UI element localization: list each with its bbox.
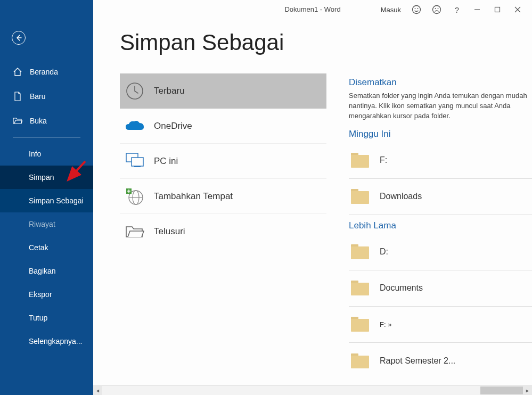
sidebar-item-baru[interactable]: Baru (0, 84, 93, 109)
location-label: Terbaru (154, 86, 185, 96)
pc-icon (124, 151, 145, 172)
sidebar-item-ekspor[interactable]: Ekspor (0, 283, 93, 306)
sidebar-item-cetak[interactable]: Cetak (0, 236, 93, 259)
folder-item[interactable]: F: » (349, 307, 532, 343)
svg-point-2 (415, 8, 416, 9)
svg-point-4 (433, 6, 441, 14)
main-area: Dokumen1 - Word Masuk ? Simpan Sebagai (93, 0, 532, 395)
scroll-thumb[interactable] (480, 386, 523, 394)
folder-item[interactable]: D: (349, 234, 532, 270)
svg-rect-11 (132, 158, 143, 166)
folder-label: F: » (380, 320, 391, 328)
signin-link[interactable]: Masuk (375, 6, 406, 14)
sidebar-item-riwayat[interactable]: Riwayat (0, 212, 93, 236)
section-title: Minggu Ini (349, 129, 532, 139)
new-doc-icon (13, 92, 22, 101)
back-button[interactable] (12, 31, 26, 45)
smile-icon[interactable] (406, 0, 427, 19)
clock-icon (124, 80, 145, 102)
folder-icon (351, 244, 369, 259)
folder-item[interactable]: Downloads (349, 179, 532, 215)
folder-icon (351, 189, 369, 204)
location-browse[interactable]: Telusuri (120, 214, 326, 249)
close-button[interactable] (508, 0, 528, 19)
divider (13, 137, 80, 138)
folder-icon (351, 153, 369, 168)
folder-label: Rapot Semester 2... (380, 356, 455, 366)
sidebar-item-info[interactable]: Info (0, 142, 93, 166)
page-title: Simpan Sebagai (120, 30, 284, 55)
svg-rect-12 (134, 166, 141, 167)
sidebar-item-buka[interactable]: Buka (0, 109, 93, 133)
svg-point-6 (438, 8, 439, 9)
sidebar-item-label: Selengkapnya... (29, 337, 82, 345)
section-title: Disematkan (349, 77, 532, 88)
folder-label: Documents (380, 283, 423, 293)
onedrive-icon (124, 116, 145, 137)
sidebar-item-simpan[interactable]: Simpan (0, 166, 93, 189)
minimize-button[interactable] (467, 0, 487, 19)
browse-folder-icon (124, 221, 145, 242)
location-label: OneDrive (154, 121, 192, 131)
sidebar-item-label: Baru (30, 92, 46, 101)
folder-label: Downloads (380, 192, 422, 201)
svg-point-1 (413, 6, 421, 14)
location-onedrive[interactable]: OneDrive (120, 109, 326, 144)
location-label: Telusuri (154, 226, 185, 237)
location-addplace[interactable]: Tambahkan Tempat (120, 179, 326, 214)
thisweek-section: Minggu Ini F: Downloads (349, 129, 532, 215)
sidebar-item-label: Simpan (29, 173, 54, 182)
home-icon (13, 67, 22, 77)
horizontal-scrollbar[interactable]: ◄ ► (93, 385, 532, 395)
sidebar: Beranda Baru Buka Info Simpan Simpan Seb… (0, 0, 93, 395)
scroll-left-button[interactable]: ◄ (93, 386, 102, 395)
sad-icon[interactable] (427, 0, 447, 19)
sidebar-item-selengkapnya[interactable]: Selengkapnya... (0, 330, 93, 353)
sidebar-item-label: Beranda (30, 68, 58, 76)
svg-point-5 (435, 8, 436, 9)
location-list: Terbaru OneDrive PC ini Tambahkan Tempat… (120, 73, 326, 249)
sidebar-item-label: Info (29, 150, 41, 158)
folder-label: D: (380, 247, 388, 257)
pinned-section: Disematkan Sematkan folder yang ingin An… (349, 77, 532, 121)
folder-item[interactable]: Documents (349, 270, 532, 307)
folder-column: Disematkan Sematkan folder yang ingin An… (349, 77, 532, 384)
sidebar-item-label: Simpan Sebagai (29, 196, 84, 205)
folder-icon (351, 353, 369, 368)
svg-point-3 (418, 8, 419, 9)
sidebar-item-beranda[interactable]: Beranda (0, 60, 93, 84)
sidebar-item-bagikan[interactable]: Bagikan (0, 259, 93, 283)
location-thispc[interactable]: PC ini (120, 144, 326, 179)
maximize-button[interactable] (487, 0, 508, 19)
open-folder-icon (13, 116, 22, 126)
scroll-track[interactable] (102, 386, 523, 395)
help-icon[interactable]: ? (447, 0, 467, 19)
folder-item[interactable]: Rapot Semester 2... (349, 343, 532, 379)
sidebar-item-label: Tutup (29, 314, 47, 322)
location-label: Tambahkan Tempat (154, 191, 233, 202)
sidebar-item-label: Bagikan (29, 267, 56, 275)
back-arrow-icon (15, 34, 22, 42)
pinned-description: Sematkan folder yang ingin Anda temukan … (349, 91, 532, 121)
document-title: Dokumen1 - Word (284, 5, 340, 13)
folder-item[interactable]: F: (349, 143, 532, 179)
scroll-right-button[interactable]: ► (523, 386, 532, 395)
sidebar-item-label: Ekspor (29, 290, 52, 299)
folder-label: F: (380, 155, 387, 165)
older-section: Lebih Lama D: Documents F: » Rapot Semes… (349, 220, 532, 379)
sidebar-item-simpan-sebagai[interactable]: Simpan Sebagai (0, 189, 93, 212)
folder-icon (351, 317, 369, 332)
sidebar-item-label: Cetak (29, 243, 48, 252)
sidebar-item-label: Riwayat (29, 220, 55, 228)
location-recent[interactable]: Terbaru (120, 73, 326, 109)
svg-rect-8 (495, 7, 500, 12)
location-label: PC ini (154, 156, 178, 167)
sidebar-item-tutup[interactable]: Tutup (0, 306, 93, 330)
add-place-icon (124, 186, 145, 207)
section-title: Lebih Lama (349, 220, 532, 231)
titlebar: Dokumen1 - Word Masuk ? (93, 0, 532, 19)
sidebar-item-label: Buka (30, 117, 47, 125)
folder-icon (351, 281, 369, 295)
